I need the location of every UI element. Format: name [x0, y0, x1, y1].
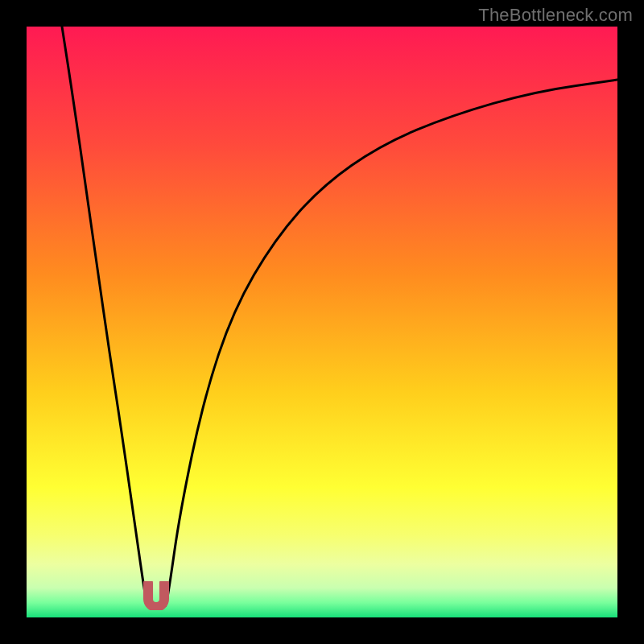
chart-series [27, 27, 617, 617]
chart-plot-area [27, 27, 617, 617]
watermark-text: TheBottleneck.com [478, 5, 633, 26]
bottleneck-marker-icon [143, 581, 169, 610]
series-left-branch [62, 27, 148, 605]
series-right-branch [166, 80, 618, 605]
